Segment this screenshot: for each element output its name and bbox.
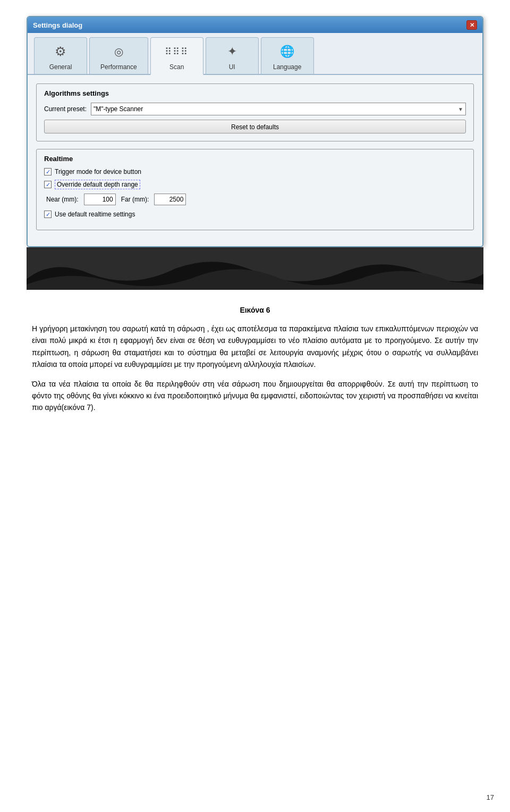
- page-number: 17: [487, 793, 494, 801]
- wave-decoration: [27, 247, 483, 290]
- tab-general-label: General: [49, 63, 72, 71]
- preset-label: Current preset:: [44, 105, 87, 113]
- reset-button[interactable]: Reset to defaults: [44, 120, 466, 133]
- realtime-section: Realtime ✓ Trigger mode for device butto…: [36, 149, 474, 230]
- depth-range-row: Near (mm): Far (mm):: [44, 194, 466, 205]
- override-checkbox[interactable]: ✓: [44, 181, 52, 188]
- tab-scan[interactable]: ⠿⠿⠿ Scan: [150, 37, 203, 75]
- tabs-area: ⚙ General ◎ Performance ⠿⠿⠿ Scan ✦ UI 🌐 …: [28, 33, 482, 75]
- preset-row: Current preset: "M"-type Scanner ▼: [44, 103, 466, 115]
- trigger-mode-row: ✓ Trigger mode for device button: [44, 168, 466, 175]
- body-text-area: Εικόνα 6 Η γρήγορη μετακίνηση του σαρωτή…: [11, 295, 499, 432]
- default-realtime-row: ✓ Use default realtime settings: [44, 211, 466, 218]
- realtime-section-title: Realtime: [44, 155, 466, 163]
- tab-performance[interactable]: ◎ Performance: [89, 37, 148, 74]
- tab-ui-label: UI: [229, 63, 235, 71]
- body-paragraph-2: Όλα τα νέα πλαίσια τα οποία δε θα περιλη…: [32, 378, 478, 414]
- ui-icon: ✦: [223, 42, 242, 61]
- dialog-body: Algorithms settings Current preset: "M"-…: [28, 75, 482, 246]
- default-realtime-checkbox[interactable]: ✓: [44, 211, 52, 218]
- settings-dialog: Settings dialog ✕ ⚙ General ◎ Performanc…: [27, 16, 483, 247]
- algorithms-section: Algorithms settings Current preset: "M"-…: [36, 83, 474, 141]
- preset-value: "M"-type Scanner: [94, 105, 143, 113]
- far-label: Far (mm):: [121, 196, 149, 203]
- body-paragraph-1: Η γρήγορη μετακίνηση του σαρωτή κατά τη …: [32, 323, 478, 371]
- default-realtime-label: Use default realtime settings: [55, 211, 135, 218]
- trigger-checkbox[interactable]: ✓: [44, 168, 52, 175]
- near-value-input[interactable]: [84, 194, 116, 205]
- dialog-titlebar: Settings dialog ✕: [28, 17, 482, 33]
- tab-performance-label: Performance: [100, 63, 137, 71]
- algorithms-section-title: Algorithms settings: [44, 89, 466, 97]
- override-label: Override default depth range: [55, 180, 140, 189]
- page-wrapper: Settings dialog ✕ ⚙ General ◎ Performanc…: [0, 0, 510, 812]
- trigger-label: Trigger mode for device button: [55, 168, 141, 175]
- language-icon: 🌐: [278, 42, 297, 61]
- dialog-title: Settings dialog: [33, 21, 82, 29]
- override-depth-row: ✓ Override default depth range: [44, 180, 466, 189]
- tab-general[interactable]: ⚙ General: [34, 37, 87, 74]
- near-label: Near (mm):: [46, 196, 79, 203]
- tab-language-label: Language: [273, 63, 301, 71]
- far-value-input[interactable]: [154, 194, 186, 205]
- general-icon: ⚙: [51, 42, 70, 61]
- tab-language[interactable]: 🌐 Language: [261, 37, 314, 74]
- figure-caption: Εικόνα 6: [32, 306, 478, 314]
- performance-icon: ◎: [109, 42, 128, 61]
- preset-dropdown[interactable]: "M"-type Scanner ▼: [91, 103, 466, 115]
- tab-ui[interactable]: ✦ UI: [206, 37, 259, 74]
- scan-icon: ⠿⠿⠿: [167, 42, 186, 61]
- dropdown-arrow-icon: ▼: [458, 106, 463, 112]
- tab-scan-label: Scan: [169, 63, 184, 71]
- dialog-close-button[interactable]: ✕: [466, 20, 477, 30]
